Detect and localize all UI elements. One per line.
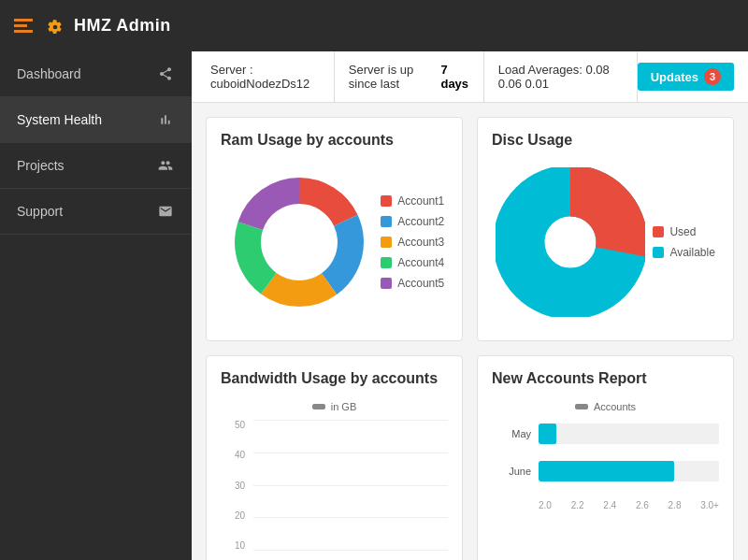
account1-color	[381, 195, 392, 207]
legend-account1: Account1	[381, 194, 444, 208]
hbar-row-may: May	[539, 422, 719, 446]
sidebar-item-system-health[interactable]: System Health	[0, 97, 192, 143]
hbar-track-may	[539, 424, 719, 444]
sidebar-item-label: Projects	[17, 158, 65, 173]
topbar: HMZ Admin	[0, 0, 748, 51]
app-title: HMZ Admin	[74, 16, 171, 36]
legend-account4: Account4	[381, 256, 444, 269]
hbar-row-june: June	[539, 459, 719, 483]
hbar-track-june	[539, 461, 719, 481]
bar-chart-icon	[156, 110, 175, 129]
ram-usage-card: Ram Usage by accounts	[206, 117, 463, 341]
hbar-chart-area: Accounts May June	[492, 396, 719, 534]
svg-point-5	[264, 207, 335, 278]
sidebar-item-dashboard[interactable]: Dashboard	[0, 51, 192, 97]
disc-usage-card: Disc Usage Used	[477, 117, 734, 341]
disc-legend: Used Available	[653, 225, 714, 259]
legend-available: Available	[653, 246, 714, 259]
bandwidth-legend-dot	[312, 404, 325, 409]
donut-chart	[224, 167, 374, 317]
sidebar-item-label: System Health	[17, 112, 102, 127]
legend-account2: Account2	[381, 215, 444, 228]
sidebar: Dashboard System Health Projects Support	[0, 51, 192, 560]
new-accounts-title: New Accounts Report	[492, 370, 719, 387]
used-color	[653, 226, 664, 237]
load-averages: Load Averages: 0.08 0.06 0.01	[484, 51, 638, 103]
bandwidth-card: Bandwidth Usage by accounts in GB	[206, 355, 463, 560]
hbar-legend: Accounts	[492, 401, 719, 412]
server-uptime: Server is up since last 7 days	[335, 51, 484, 103]
account5-color	[381, 278, 392, 289]
bars-container: Account1 Account2 Account3	[256, 420, 448, 551]
users-icon	[156, 156, 175, 175]
legend-account5: Account5	[381, 277, 444, 290]
sidebar-item-label: Dashboard	[17, 66, 81, 81]
share-icon	[156, 65, 175, 83]
hbar-fill-june	[539, 461, 674, 481]
hbar-legend-dot	[575, 404, 588, 409]
new-accounts-card: New Accounts Report Accounts May	[477, 355, 734, 560]
updates-button[interactable]: Updates 3	[638, 63, 734, 91]
account4-color	[381, 257, 392, 268]
hbar-container: May June	[492, 422, 719, 529]
account3-color	[381, 237, 392, 248]
account2-color	[381, 216, 392, 227]
hbar-fill-may	[539, 424, 556, 444]
disc-usage-title: Disc Usage	[492, 132, 719, 149]
available-color	[653, 247, 664, 258]
donut-chart-container: Account1 Account2 Account3 Account4	[221, 158, 448, 326]
y-axis: 5040302010	[221, 420, 249, 551]
content-area: Ram Usage by accounts	[192, 103, 748, 560]
legend-used: Used	[653, 225, 714, 238]
pie-chart-container: Used Available	[492, 158, 719, 326]
server-bar: Server : cuboidNodezDs12 Server is up si…	[192, 51, 748, 103]
bar-chart-area: in GB 5040302010	[221, 396, 448, 560]
ram-legend: Account1 Account2 Account3 Account4	[381, 194, 444, 290]
server-name: Server : cuboidNodezDs12	[206, 51, 335, 103]
legend-account3: Account3	[381, 236, 444, 249]
bandwidth-title: Bandwidth Usage by accounts	[221, 370, 448, 387]
pie-chart	[496, 167, 645, 317]
sidebar-item-projects[interactable]: Projects	[0, 143, 192, 189]
logo-gear-icon	[48, 20, 63, 35]
sidebar-item-label: Support	[17, 204, 63, 219]
sidebar-item-support[interactable]: Support	[0, 189, 192, 235]
bandwidth-legend: in GB	[221, 401, 448, 412]
mail-icon	[156, 202, 175, 221]
ram-usage-title: Ram Usage by accounts	[221, 132, 448, 149]
hbar-x-axis: 2.0 2.2 2.4 2.6 2.8 3.0+	[539, 496, 719, 510]
logo-lines-icon	[14, 19, 33, 33]
